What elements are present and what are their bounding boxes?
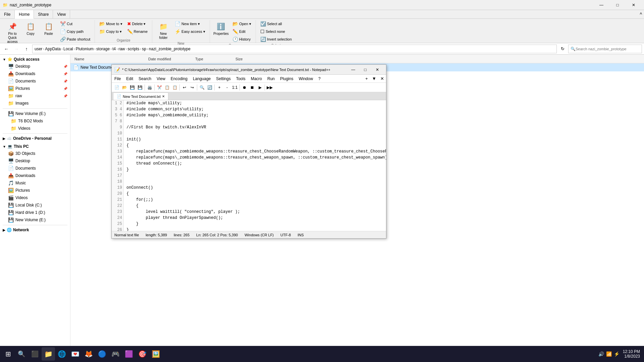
toolbar-new[interactable]: 📄 (113, 84, 120, 91)
breadcrumb-item[interactable]: scripts (128, 47, 140, 51)
notepad-close-doc[interactable]: ✕ (378, 76, 386, 81)
paste-button[interactable]: 📋 Paste (40, 20, 57, 37)
sidebar-item-documents-pc[interactable]: 📄 Documents (0, 165, 70, 172)
select-none-button[interactable]: ☐ Select none (259, 28, 293, 35)
invert-selection-button[interactable]: 🔄 Invert selection (259, 36, 293, 43)
col-size[interactable]: Size (234, 57, 261, 61)
cut-button[interactable]: ✂️ Cut (58, 20, 92, 27)
search-input[interactable] (576, 47, 640, 51)
notepad-maximize-button[interactable]: □ (359, 65, 371, 74)
pin-quick-access-button[interactable]: 📌 Pin to Quickaccess (4, 20, 21, 45)
delete-button[interactable]: ✖ Delete ▾ (125, 20, 150, 27)
notepad-menu-language[interactable]: Language (190, 75, 213, 82)
toolbar-paste[interactable]: 📋 (171, 84, 178, 91)
sidebar-item-pictures[interactable]: 🖼️ Pictures 📌 (0, 85, 70, 92)
new-folder-button[interactable]: 📁 Newfolder (155, 20, 172, 41)
notepad-menu-encoding[interactable]: Encoding (168, 75, 190, 82)
taskbar-clock[interactable]: 12:10 PM 1/8/2023 (623, 349, 643, 359)
col-date[interactable]: Date modified (147, 57, 194, 61)
notepad-menu-settings[interactable]: Settings (213, 75, 233, 82)
notepad-close-button[interactable]: ✕ (371, 65, 383, 74)
notepad-menu-search[interactable]: Search (136, 75, 154, 82)
toolbar-redo[interactable]: ↪ (189, 84, 196, 91)
toolbar-undo[interactable]: ↩ (181, 84, 188, 91)
discord-button[interactable]: 🔵 (95, 347, 109, 361)
sidebar-item-videos-sub[interactable]: 📁 Videos (0, 125, 70, 132)
sidebar-header-thispc[interactable]: ▼ 💻 This PC (0, 143, 70, 150)
properties-button[interactable]: ℹ️ Properties (213, 20, 229, 37)
copy-button[interactable]: 📋 Copy (22, 20, 39, 37)
edge-button[interactable]: 🌐 (55, 347, 68, 361)
sidebar-item-desktop-pc[interactable]: 🖥️ Desktop (0, 157, 70, 165)
toolbar-replace[interactable]: 🔄 (206, 84, 213, 91)
notepad-add-tab[interactable]: + (363, 76, 370, 81)
easy-access-button[interactable]: ⚡ Easy access ▾ (173, 28, 207, 35)
breadcrumb-item[interactable]: raw (118, 47, 125, 51)
start-button[interactable]: ⊞ (1, 347, 15, 361)
notepad-editor[interactable]: 1 2 3 4 5 6 7 8 9 10 11 12 13 14 15 16 1… (112, 100, 386, 231)
sidebar-header-quickaccess[interactable]: ▼ ⭐ Quick access (0, 56, 70, 63)
toolbar-cut[interactable]: ✂️ (156, 84, 163, 91)
notepad-minimize-button[interactable]: — (347, 65, 359, 74)
sidebar-item-t6bo2mods[interactable]: 📁 T6 BO2 Mods (0, 117, 70, 125)
toolbar-macro-play[interactable]: ▶ (256, 84, 264, 91)
notepad-menu-help[interactable]: ? (316, 75, 323, 82)
sidebar-item-newvolume-e-quick[interactable]: 💾 New Volume (E:) (0, 110, 70, 117)
notepad-menu-window[interactable]: Window (296, 75, 316, 82)
paste-shortcut-button[interactable]: 🔗 Paste shortcut (58, 36, 92, 43)
sidebar-item-hardd[interactable]: 💾 Hard drive 1 (D:) (0, 209, 70, 216)
refresh-button[interactable]: ↻ (558, 45, 567, 53)
search-taskbar-button[interactable]: 🔍 (15, 347, 28, 361)
ribbon-collapse-button[interactable]: ^ (638, 10, 644, 18)
notepad-menu-file[interactable]: File (112, 75, 123, 82)
sidebar-item-newvolume-e[interactable]: 💾 New Volume (E:) (0, 216, 70, 224)
sidebar-item-documents[interactable]: 📄 Documents 📌 (0, 77, 70, 85)
col-name[interactable]: Name (73, 57, 147, 61)
forward-button[interactable]: → (12, 45, 21, 53)
toolbar-saveall[interactable]: 💾 (136, 84, 144, 91)
obs-button[interactable]: 🟪 (122, 347, 136, 361)
sidebar-item-3dobjects[interactable]: 📦 3D Objects (0, 150, 70, 157)
toolbar-zoom-in[interactable]: + (216, 84, 223, 91)
new-item-button[interactable]: 📄 New item ▾ (173, 20, 207, 27)
toolbar-run[interactable]: ▶▶ (266, 84, 273, 91)
sidebar-item-localc[interactable]: 💾 Local Disk (C:) (0, 201, 70, 209)
back-button[interactable]: ← (2, 45, 11, 53)
code-content[interactable]: #include maps\_utility; #include common_… (125, 100, 386, 231)
breadcrumb-item[interactable]: user (35, 47, 42, 51)
tab-home[interactable]: Home (15, 10, 34, 19)
notepad-menu-run[interactable]: Run (265, 75, 277, 82)
sidebar-item-downloads-pc[interactable]: 📥 Downloads (0, 172, 70, 179)
notepad-overflow[interactable]: ▼ (370, 76, 378, 81)
mail-button[interactable]: 💌 (68, 347, 82, 361)
firefox-button[interactable]: 🦊 (82, 347, 95, 361)
notepad-tab-active[interactable]: 📄 New Text Document.txt ✕ (113, 93, 168, 100)
breadcrumb-item[interactable]: sp (142, 47, 146, 51)
toolbar-zoom-reset[interactable]: 1:1 (231, 84, 238, 91)
sidebar-item-images[interactable]: 📁 Images (0, 100, 70, 107)
toolbar-open[interactable]: 📂 (121, 84, 128, 91)
breadcrumb-item[interactable]: Plutonium (76, 47, 94, 51)
notepad-menu-view[interactable]: View (154, 75, 168, 82)
notepad-menu-edit[interactable]: Edit (123, 75, 136, 82)
breadcrumb-item[interactable]: Local (63, 47, 73, 51)
taskview-button[interactable]: ⬛ (28, 347, 42, 361)
sidebar-item-raw[interactable]: 📁 raw 📌 (0, 92, 70, 100)
minimize-button[interactable]: — (594, 0, 609, 10)
breadcrumb-item[interactable]: storage (96, 47, 110, 51)
notepad-menu-macro[interactable]: Macro (248, 75, 265, 82)
move-to-button[interactable]: 📂 Move to ▾ (98, 20, 124, 27)
toolbar-print[interactable]: 🖨️ (146, 84, 153, 91)
sidebar-item-videos-pc[interactable]: 🎬 Videos (0, 194, 70, 201)
toolbar-find[interactable]: 🔍 (198, 84, 206, 91)
sidebar-item-downloads[interactable]: 📥 Downloads 📌 (0, 70, 70, 77)
sidebar-item-desktop[interactable]: 🖥️ Desktop 📌 (0, 63, 70, 70)
close-button[interactable]: ✕ (626, 0, 641, 10)
toolbar-copy[interactable]: 📋 (163, 84, 171, 91)
maximize-button[interactable]: □ (610, 0, 625, 10)
tab-close-button[interactable]: ✕ (162, 95, 165, 98)
sidebar-item-music[interactable]: 🎵 Music (0, 179, 70, 187)
app1-button[interactable]: 🎯 (136, 347, 149, 361)
rename-button[interactable]: ✏️ Rename (125, 28, 150, 35)
tab-file[interactable]: File (0, 10, 15, 18)
